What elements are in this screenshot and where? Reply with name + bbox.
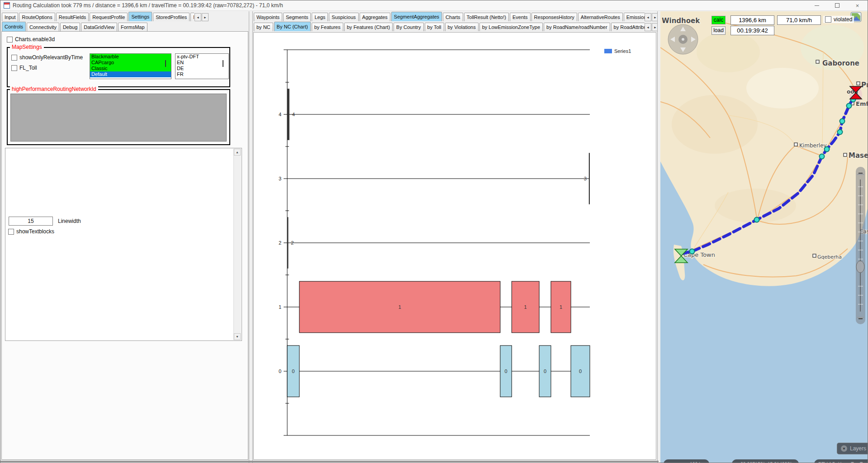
distance-field[interactable]: 1396,6 km xyxy=(730,15,774,25)
tab-controls[interactable]: Controls xyxy=(2,22,26,31)
tab-input[interactable]: Input xyxy=(2,13,18,21)
nc-bar-4[interactable] xyxy=(287,89,289,140)
svg-text:Kimberley: Kimberley xyxy=(799,142,827,149)
svg-text:Pr: Pr xyxy=(861,81,868,89)
nc-chart: 012340101010423 Series1 xyxy=(253,32,656,460)
tab-formsmap[interactable]: FormsMap xyxy=(118,23,147,31)
list-item-capcargo[interactable]: CAPcargo xyxy=(90,60,171,66)
map-profile-listbox[interactable]: BlackmarbleCAPcargoClassicDefault xyxy=(90,53,171,79)
scroll-down-icon[interactable]: ▼ xyxy=(234,333,241,340)
speed-field[interactable]: 71,0 km/h xyxy=(777,15,821,25)
tab-by-lowemissionzonetype[interactable]: by LowEmissionZoneType xyxy=(479,23,543,31)
svg-text:Windhoek: Windhoek xyxy=(662,17,700,25)
list-item-default[interactable]: Default xyxy=(90,71,171,77)
hprn-field[interactable] xyxy=(10,94,227,142)
layers-pin-icon: ▼ xyxy=(841,445,847,452)
tab-legs[interactable]: Legs xyxy=(312,13,328,21)
scroll-up-icon[interactable]: ▲ xyxy=(234,149,241,156)
list-item-classic[interactable]: Classic xyxy=(90,66,171,71)
layers-label: Layers xyxy=(850,445,866,452)
show-only-relevant-checkbox[interactable]: showOnlyRelevantByTime xyxy=(11,54,83,61)
load-button[interactable]: load xyxy=(711,26,726,35)
scroll-left-icon[interactable]: ◄ xyxy=(645,23,651,31)
restore-icon xyxy=(835,3,840,8)
tab-responseshistory[interactable]: ResponsesHistory xyxy=(531,13,577,21)
route-waypoint-dot[interactable] xyxy=(847,104,852,109)
tab-by-roadattributes[interactable]: by RoadAttributes xyxy=(611,23,645,31)
restore-button[interactable] xyxy=(827,0,847,10)
tab-alternativeroutes[interactable]: AlternativeRoutes xyxy=(578,13,623,21)
tab-waypoints[interactable]: Waypoints xyxy=(254,13,282,21)
list-item-fr[interactable]: FR xyxy=(175,71,228,77)
nc-bar-2[interactable] xyxy=(287,217,288,269)
list-item-blackmarble[interactable]: Blackmarble xyxy=(90,54,171,60)
tab-by-country[interactable]: By Country xyxy=(394,23,423,31)
nc-bar-3[interactable] xyxy=(589,153,590,204)
scroll-right-icon[interactable]: ► xyxy=(202,13,209,21)
language-listbox[interactable]: x-ptv-DFTENDEFR xyxy=(175,53,229,79)
tab-charts[interactable]: Charts xyxy=(443,13,463,21)
svg-text:0: 0 xyxy=(544,369,546,374)
tab-requestprofile[interactable]: RequestProfile xyxy=(90,13,128,21)
close-icon: × xyxy=(856,2,859,9)
listbox-scroll-mark xyxy=(165,60,166,67)
violated-checkbox[interactable]: violated xyxy=(823,16,854,23)
middle-subtab-scroll: ◄ ► xyxy=(645,23,659,31)
fl-toll-checkbox[interactable]: FL_Toll xyxy=(11,65,37,71)
list-item-x-ptv-dft[interactable]: x-ptv-DFT xyxy=(175,54,228,60)
map-compass-control[interactable] xyxy=(668,24,698,54)
vertical-scrollbar[interactable]: ▲ ▼ xyxy=(233,149,241,340)
tab-settings[interactable]: Settings xyxy=(128,12,152,21)
tab-tollresult-netto[interactable]: TollResult (Netto!) xyxy=(464,13,509,21)
tab-by-nc[interactable]: by NC xyxy=(254,23,273,31)
tab-by-features[interactable]: by Features xyxy=(312,23,343,31)
route-waypoint-dot[interactable] xyxy=(754,217,759,222)
city-marker-icon xyxy=(813,254,816,257)
route-waypoint-dot[interactable] xyxy=(838,130,843,135)
tab-storedprofiles[interactable]: StoredProfiles xyxy=(153,13,190,21)
close-button[interactable]: × xyxy=(847,0,868,10)
layers-button[interactable]: ▼ Layers xyxy=(837,443,868,454)
svg-text:4: 4 xyxy=(279,112,281,117)
map-panel[interactable]: WindhoekGaboroneProodEmfuKimberleyMaserE… xyxy=(660,11,868,463)
tab-events[interactable]: Events xyxy=(510,13,531,21)
left-splitter[interactable] xyxy=(249,11,253,463)
tab-emissions[interactable]: Emissions xyxy=(624,13,645,21)
route-waypoint-dot[interactable] xyxy=(820,154,825,159)
route-waypoint-dot[interactable] xyxy=(840,119,845,124)
tab-resultfields[interactable]: ResultFields xyxy=(56,13,89,21)
route-waypoint-dot[interactable] xyxy=(690,249,695,254)
route-waypoint-dot[interactable] xyxy=(825,147,830,152)
tab-by-violations[interactable]: by Violations xyxy=(445,23,479,31)
tab-messages[interactable]: Messages xyxy=(190,13,194,21)
tab-segmentaggregates[interactable]: SegmentAggregates xyxy=(391,12,442,21)
tab-by-roadname-roadnumber[interactable]: by RoadName/roadNumber xyxy=(544,23,610,31)
tab-segments[interactable]: Segments xyxy=(283,13,311,21)
scale-badge: 100 km xyxy=(664,459,709,463)
charts-enable3d-checkbox[interactable]: Charts.enable3d xyxy=(7,36,55,43)
tab-by-nc-chart[interactable]: By NC (Chart) xyxy=(274,22,311,31)
title-bar: Routing Calculation took 779 ms / distan… xyxy=(0,0,868,11)
map-zoom-slider[interactable] xyxy=(856,167,865,324)
tab-aggregates[interactable]: Aggregates xyxy=(360,13,390,21)
tab-debug[interactable]: Debug xyxy=(60,23,80,31)
scroll-left-icon[interactable]: ◄ xyxy=(645,13,651,21)
tab-connectivity[interactable]: Connectivity xyxy=(27,23,59,31)
list-item-de[interactable]: DE xyxy=(175,66,228,71)
tab-routeoptions[interactable]: RouteOptions xyxy=(19,13,55,21)
svg-text:Emfu: Emfu xyxy=(856,100,868,107)
tab-suspicious[interactable]: Suspicious xyxy=(329,13,358,21)
tab-datagridview[interactable]: DataGridView xyxy=(81,23,117,31)
scroll-left-icon[interactable]: ◄ xyxy=(194,13,201,21)
svg-text:1: 1 xyxy=(398,304,401,310)
calc-button[interactable]: calc xyxy=(711,16,726,24)
show-textblocks-checkbox[interactable]: showTextblocks xyxy=(8,228,54,235)
minimize-icon xyxy=(815,5,819,6)
list-item-en[interactable]: EN xyxy=(175,60,228,66)
window-bottom-edge xyxy=(0,461,659,462)
traveltime-field[interactable]: 00.19:39:42 xyxy=(730,26,774,35)
tab-by-toll[interactable]: by Toll xyxy=(425,23,444,31)
minimize-button[interactable] xyxy=(806,0,827,10)
tab-by-features-chart[interactable]: by Features (Chart) xyxy=(344,23,393,31)
linewidth-input[interactable] xyxy=(9,217,53,226)
